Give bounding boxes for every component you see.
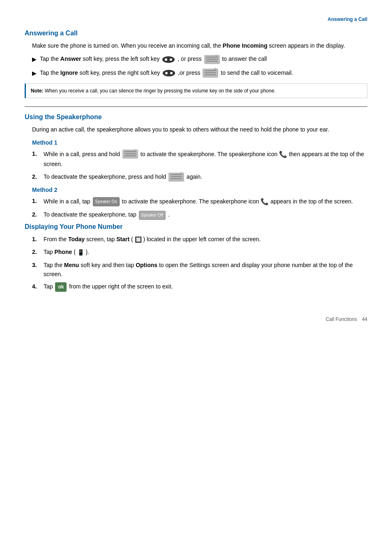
page-header-right: Answering a Call xyxy=(25,16,367,22)
method1-title: Method 1 xyxy=(32,139,367,146)
method2-steps: 1. While in a call, tap Speaker On to ac… xyxy=(32,196,367,220)
display-step1: 1. From the Today screen, tap Start ( 🔲 … xyxy=(32,235,367,244)
svg-point-2 xyxy=(170,58,172,61)
note-label: Note: xyxy=(31,88,44,94)
method1-step2-text: To deactivate the speakerphone, press an… xyxy=(44,172,202,182)
step-num-d4: 4. xyxy=(32,282,39,291)
note-text: When you receive a call, you can silence… xyxy=(44,88,276,94)
section-divider xyxy=(25,106,367,107)
answering-call-title: Answering a Call xyxy=(25,30,367,37)
speakerphone-icon-1: 📞 xyxy=(279,151,287,158)
deactivate-phone-key-icon: ☆ xyxy=(168,173,184,182)
speaker-on-button[interactable]: Speaker On xyxy=(93,197,120,206)
step-num-d3: 3. xyxy=(32,261,39,270)
speakerphone-title: Using the Speakerphone xyxy=(25,113,367,121)
method1-step1-text: While in a call, press and hold ☆ to act… xyxy=(44,149,367,169)
display-step2: 2. Tap Phone ( 📱 ). xyxy=(32,247,367,257)
bullet-ignore-text: Tap the Ignore soft key, press the right… xyxy=(40,68,293,78)
method2-title: Method 2 xyxy=(32,187,367,193)
footer-label: Call Functions xyxy=(326,316,357,322)
note-box: Note: When you receive a call, you can s… xyxy=(25,83,367,98)
footer-page: 44 xyxy=(362,316,367,322)
display-step1-text: From the Today screen, tap Start ( 🔲 ) l… xyxy=(44,235,261,244)
page-footer: Call Functions 44 xyxy=(25,316,367,322)
display-number-title: Displaying Your Phone Number xyxy=(25,223,367,231)
method1-steps: 1. While in a call, press and hold ☆ to … xyxy=(32,149,367,182)
display-number-steps: 1. From the Today screen, tap Start ( 🔲 … xyxy=(32,235,367,292)
speakerphone-intro: During an active call, the speakerphone … xyxy=(32,125,367,134)
display-step4-text: Tap ok from the upper right of the scree… xyxy=(44,282,173,292)
answer-phone-key-icon: ☆ xyxy=(204,55,220,64)
bullet-ignore: ▶ Tap the Ignore soft key, press the rig… xyxy=(32,68,367,78)
speakerphone-intro-text: During an active call, the speakerphone … xyxy=(32,126,329,133)
answering-call-bullets: ▶ Tap the Answer soft key, press the lef… xyxy=(32,54,367,78)
method2-step2-text: To deactivate the speakerphone, tap Spea… xyxy=(44,210,170,219)
speakerphone-icon-2: 📞 xyxy=(261,198,269,205)
left-soft-key-icon xyxy=(161,55,178,62)
step-num-d2: 2. xyxy=(32,247,39,256)
step-num-1: 1. xyxy=(32,149,39,158)
ignore-phone-key-icon: ⊖ xyxy=(203,69,218,78)
intro-text: Make sure the phone is turned on. When y… xyxy=(32,42,345,49)
hold-phone-key-icon: ☆ xyxy=(122,150,138,159)
display-step3: 3. Tap the Menu soft key and then tap Op… xyxy=(32,261,367,279)
footer-right: Call Functions 44 xyxy=(326,316,367,322)
svg-point-4 xyxy=(165,72,168,74)
display-step4: 4. Tap ok from the upper right of the sc… xyxy=(32,282,367,292)
right-soft-key-icon xyxy=(161,69,178,76)
svg-point-0 xyxy=(162,56,175,63)
phone-icon: 📱 xyxy=(77,249,84,256)
answering-call-section: Answering a Call Make sure the phone is … xyxy=(25,30,367,98)
start-icon: 🔲 xyxy=(135,236,142,243)
method1-step1: 1. While in a call, press and hold ☆ to … xyxy=(32,149,367,169)
step-num-m2-2: 2. xyxy=(32,210,39,219)
method2-step1: 1. While in a call, tap Speaker On to ac… xyxy=(32,196,367,207)
step-num-2: 2. xyxy=(32,172,39,181)
svg-point-1 xyxy=(165,58,167,61)
method2-step1-text: While in a call, tap Speaker On to activ… xyxy=(44,196,353,207)
answering-call-intro: Make sure the phone is turned on. When y… xyxy=(32,41,367,50)
display-number-section: Displaying Your Phone Number 1. From the… xyxy=(25,223,367,292)
step-num-m2-1: 1. xyxy=(32,196,39,205)
display-step3-text: Tap the Menu soft key and then tap Optio… xyxy=(44,261,367,279)
step-num-d1: 1. xyxy=(32,235,39,244)
bullet-arrow-1: ▶ xyxy=(32,55,37,64)
svg-point-5 xyxy=(170,72,173,74)
section-breadcrumb: Answering a Call xyxy=(327,16,367,22)
bullet-answer: ▶ Tap the Answer soft key, press the lef… xyxy=(32,54,367,64)
method1-step2: 2. To deactivate the speakerphone, press… xyxy=(32,172,367,182)
speaker-off-button[interactable]: Speaker Off xyxy=(139,211,166,220)
bullet-answer-text: Tap the Answer soft key, press the left … xyxy=(40,54,267,64)
ok-button[interactable]: ok xyxy=(55,282,67,292)
method2-step2: 2. To deactivate the speakerphone, tap S… xyxy=(32,210,367,219)
display-step2-text: Tap Phone ( 📱 ). xyxy=(44,247,89,257)
svg-point-3 xyxy=(163,70,175,76)
bullet-arrow-2: ▶ xyxy=(32,69,37,78)
speakerphone-section: Using the Speakerphone During an active … xyxy=(25,113,367,220)
